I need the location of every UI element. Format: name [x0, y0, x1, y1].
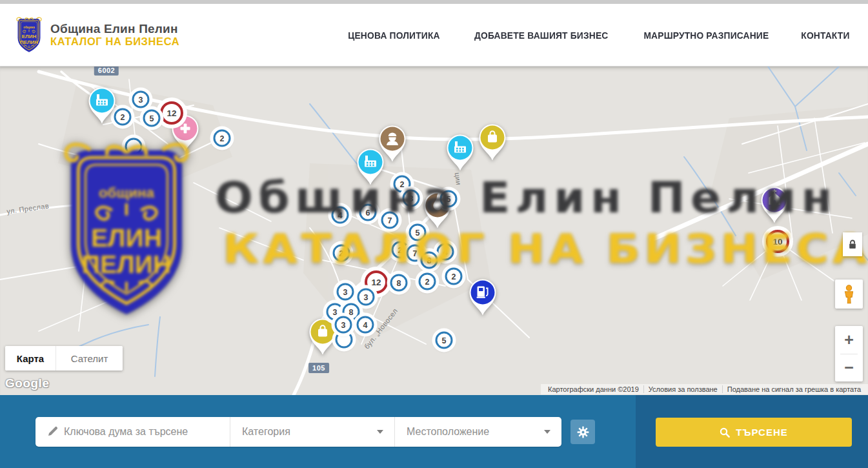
keyword-field-wrap	[35, 417, 230, 447]
map-type-map-button[interactable]: Карта	[5, 346, 56, 371]
site-logo[interactable]: община ЕЛИН ПЕЛИН Община Елин Пелин КАТА…	[14, 17, 179, 54]
map-cluster[interactable]: 3	[335, 316, 352, 334]
map-cluster[interactable]: 7	[381, 212, 399, 229]
lock-icon	[848, 239, 857, 250]
keyword-search-input[interactable]	[64, 426, 219, 438]
page-top-strip	[0, 0, 868, 4]
brand-text: Община Елин Пелин КАТАЛОГ НА БИЗНЕСА	[50, 22, 179, 48]
main-nav: ЦЕНОВА ПОЛИТИКА ДОБАВЕТЕ ВАШИЯТ БИЗНЕС М…	[344, 30, 852, 41]
svg-text:ПЕЛИН: ПЕЛИН	[20, 39, 38, 45]
map-cluster[interactable]: 5	[440, 190, 458, 208]
map-pin-fuel[interactable]	[466, 276, 500, 320]
map-cluster[interactable]: 12	[160, 101, 183, 125]
nav-route-schedule[interactable]: МАРШРУТНО РАЗПИСАНИЕ	[644, 30, 769, 41]
brand-subtitle: КАТАЛОГ НА БИЗНЕСА	[50, 36, 179, 48]
search-bar: Категория Местоположение	[0, 395, 868, 468]
pegman-button[interactable]	[835, 280, 863, 309]
map-cluster[interactable]: 10	[766, 230, 789, 253]
map-cluster[interactable]: 2	[214, 130, 231, 147]
map-pin-factory[interactable]	[443, 131, 477, 175]
map-cluster[interactable]: 6	[359, 204, 377, 221]
attribution-report-error-link[interactable]: Подаване на сигнал за грешка в картата	[722, 385, 865, 393]
search-button-label: ТЪРСЕНЕ	[736, 427, 788, 438]
chevron-down-icon	[544, 430, 550, 434]
nav-pricing-policy[interactable]: ЦЕНОВА ПОЛИТИКА	[348, 30, 439, 41]
pencil-icon	[47, 426, 58, 437]
map-pin-church[interactable]	[758, 183, 791, 227]
map-cluster[interactable]	[125, 138, 143, 156]
map-cluster[interactable]	[336, 331, 353, 349]
map-cluster[interactable]: 3	[403, 190, 420, 207]
map-cluster[interactable]: 5	[436, 332, 453, 349]
map-cluster[interactable]: 4	[332, 207, 349, 224]
map-attribution: Картографски данни ©2019 Условия за полз…	[541, 384, 868, 394]
street-view-lock-button[interactable]	[843, 232, 862, 256]
attribution-terms-link[interactable]: Условия за ползване	[643, 385, 722, 393]
nav-add-your-business[interactable]: ДОБАВЕТЕ ВАШИЯТ БИЗНЕС	[474, 30, 608, 41]
page: община ЕЛИН ПЕЛИН Община Елин Пелин КАТА…	[0, 0, 868, 468]
map-pin-bag[interactable]	[476, 121, 509, 165]
svg-text:ЕЛИН: ЕЛИН	[22, 34, 37, 39]
map-type-satellite-button[interactable]: Сателит	[56, 346, 123, 371]
attribution-copyright: Картографски данни ©2019	[543, 385, 643, 393]
pegman-icon	[842, 284, 856, 305]
map-type-control: Карта Сателит	[5, 346, 123, 371]
map-cluster[interactable]: 3	[132, 91, 150, 108]
header: община ЕЛИН ПЕЛИН Община Елин Пелин КАТА…	[0, 0, 868, 66]
gear-icon	[577, 426, 589, 438]
map-cluster[interactable]: 5	[409, 224, 427, 241]
map-markers-layer: 12121032522354675227488223338345	[0, 66, 868, 395]
nav-contacts[interactable]: КОНТАКТИ	[801, 30, 849, 41]
category-select-value: Категория	[242, 426, 290, 438]
map-cluster[interactable]: 3	[337, 283, 354, 301]
brand-title: Община Елин Пелин	[50, 22, 179, 36]
map-cluster[interactable]: 4	[437, 243, 454, 261]
map-pin-factory[interactable]	[354, 145, 387, 189]
search-fields: Категория Местоположение	[35, 417, 561, 447]
map-cluster[interactable]: 8	[421, 252, 438, 269]
map-cluster[interactable]: 4	[357, 316, 374, 334]
search-icon	[720, 427, 730, 438]
map-cluster[interactable]: 2	[445, 268, 463, 285]
search-submit-button[interactable]: ТЪРСЕНЕ	[656, 418, 852, 447]
advanced-options-button[interactable]	[570, 420, 595, 444]
location-select-value: Местоположение	[407, 426, 489, 438]
zoom-in-button[interactable]: +	[835, 326, 863, 354]
map-cluster[interactable]: 2	[333, 245, 350, 262]
svg-text:община: община	[23, 25, 35, 28]
zoom-out-button[interactable]: −	[835, 354, 863, 382]
map-canvas[interactable]: 6002105ул. Преславбул. „Новоселции 12121…	[0, 66, 868, 395]
google-logo[interactable]: Google	[5, 376, 49, 391]
municipality-crest-icon: община ЕЛИН ПЕЛИН	[14, 17, 44, 54]
map-cluster[interactable]: 5	[143, 110, 161, 127]
map-cluster[interactable]: 3	[358, 289, 375, 306]
map-cluster[interactable]: 2	[419, 273, 436, 290]
chevron-down-icon	[377, 430, 383, 434]
zoom-control: + −	[835, 326, 863, 382]
location-select[interactable]: Местоположение	[395, 417, 561, 447]
category-select[interactable]: Категория	[230, 417, 395, 447]
map-cluster[interactable]: 8	[390, 274, 408, 292]
map-pin-factory[interactable]	[85, 84, 119, 128]
